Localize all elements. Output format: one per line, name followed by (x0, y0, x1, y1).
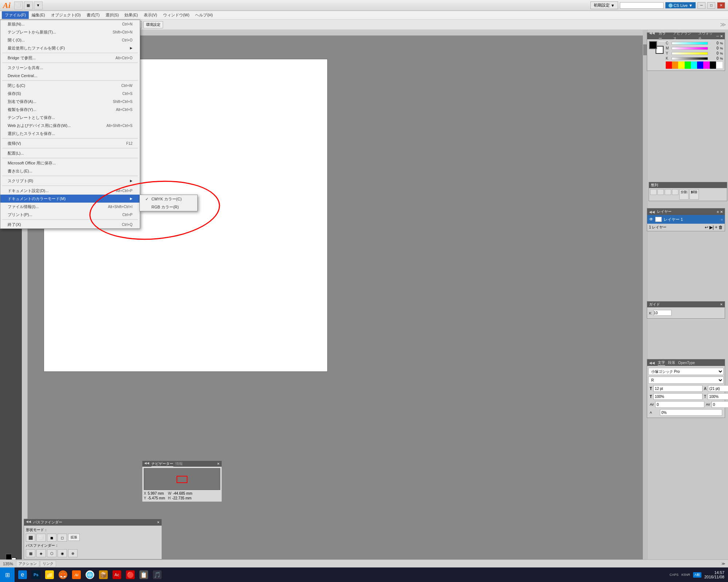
menu-open[interactable]: 開く(O)... Ctrl+O (0, 36, 140, 44)
font-style-select[interactable]: R (648, 376, 724, 384)
submenu-cmyk[interactable]: ✓ CMYK カラー(C) (140, 195, 197, 203)
menu-save-slices[interactable]: 選択したスライスを保存... (0, 129, 140, 137)
pf-minus-front[interactable]: ⬜ (36, 534, 46, 542)
layers-close[interactable]: ✕ (720, 210, 723, 214)
taskbar-ai[interactable]: Ai (70, 569, 83, 581)
menu-effect[interactable]: 効果(E) (122, 11, 141, 19)
menu-doc-color-mode[interactable]: ドキュメントのカラーモード(M) ▶ (0, 195, 140, 203)
navigator-close[interactable]: ✕ (217, 462, 220, 466)
pf-op5[interactable]: ⊕ (68, 549, 78, 557)
icon-btn-2[interactable]: ▦ (24, 1, 33, 9)
pf-intersect[interactable]: ◼ (47, 534, 56, 542)
kerning-input[interactable] (655, 401, 704, 408)
leading-input[interactable] (708, 385, 728, 392)
layers-expand-icon[interactable]: ◀◀ (649, 210, 655, 214)
menu-scripts[interactable]: スクリプト(R) ▶ (0, 177, 140, 185)
layer-name[interactable]: レイヤー 1 (664, 217, 719, 222)
pathfinder-close[interactable]: ✕ (157, 521, 160, 524)
menu-bridge[interactable]: Bridge で参照... Alt+Ctrl+O (0, 54, 140, 62)
menu-quit[interactable]: 終了(X) Ctrl+Q (0, 220, 140, 228)
menu-edit[interactable]: 編集(E) (29, 11, 48, 19)
search-input[interactable] (620, 2, 664, 9)
menu-share-screen[interactable]: スクリーンを共有... (0, 64, 140, 72)
tab-opentype[interactable]: OpenType (678, 361, 695, 365)
pf-unite[interactable]: ⬛ (26, 534, 35, 542)
menu-new[interactable]: 新規(N)... Ctrl+N (0, 20, 140, 28)
menu-save-copy[interactable]: 複製を保存(Y)... Alt+Ctrl+S (0, 105, 140, 113)
taskbar-misc2[interactable]: 📋 (138, 569, 150, 581)
cs-live-button[interactable]: ⬤ CS Live ▼ (665, 2, 696, 8)
tab-appearance[interactable]: アピアランス (673, 31, 695, 41)
panel-close[interactable]: ✕ (720, 34, 723, 38)
taskbar-red[interactable]: 🔴 (124, 569, 136, 581)
toolbar-expand[interactable]: ≫ (720, 21, 726, 28)
color-fg-bg[interactable] (649, 41, 664, 54)
menu-file[interactable]: ファイル(F) (2, 11, 29, 19)
taskbar-misc3[interactable]: 🎵 (151, 569, 163, 581)
menu-open-recent[interactable]: 最近使用したファイルを開く(F) ▶ (0, 44, 140, 52)
expand-icon[interactable]: ◀◀ (649, 31, 655, 41)
layer-visibility[interactable]: 👁 (649, 217, 653, 222)
align-btn-2[interactable] (657, 189, 664, 195)
taskbar-chrome[interactable]: 🌐 (84, 569, 96, 581)
menu-save[interactable]: 保存(S) Ctrl+S (0, 89, 140, 97)
close-button[interactable]: ✕ (717, 2, 725, 9)
pf-expand[interactable]: ◀◀ (26, 520, 31, 525)
menu-window[interactable]: ウィンドウ(W) (160, 11, 193, 19)
taskbar-acrobat[interactable]: Ac (111, 569, 123, 581)
minimize-button[interactable]: ─ (697, 2, 705, 9)
pf-exclude[interactable]: ◻ (58, 534, 67, 542)
align-btn-3[interactable] (665, 189, 671, 195)
h-scale-input[interactable] (653, 393, 703, 400)
menu-device-central[interactable]: Device Central... (0, 72, 140, 80)
taskbar-firefox[interactable]: 🦊 (57, 569, 69, 581)
release-label[interactable]: 解除 (689, 189, 699, 200)
navigator-tab-active[interactable]: ナビゲーター (151, 461, 173, 467)
align-btn-4[interactable] (672, 189, 678, 195)
menu-help[interactable]: ヘルプ(H) (192, 11, 215, 19)
tab-swatches[interactable]: スウォッチ (698, 31, 716, 41)
submenu-rgb[interactable]: RGB カラー(R) (140, 203, 197, 211)
tab-paragraph[interactable]: 段落 (668, 360, 675, 365)
pf-op3[interactable]: ⬡ (47, 549, 56, 557)
taskbar-ps[interactable]: Ps (30, 569, 42, 581)
v-scale-input[interactable] (708, 393, 728, 400)
menu-object[interactable]: オブジェクト(O) (48, 11, 84, 19)
taskbar-misc1[interactable]: 📦 (97, 569, 110, 581)
layer-row-1[interactable]: 👁 レイヤー 1 ○ (647, 215, 725, 224)
pf-op2[interactable]: ◈ (36, 549, 46, 557)
taskbar-folder[interactable]: 📁 (43, 569, 56, 581)
icon-btn-dropdown[interactable]: ▼ (34, 1, 43, 9)
tab-links[interactable]: リンク (40, 561, 56, 567)
layers-menu-icon[interactable]: ≡ (717, 210, 719, 214)
baseline-input[interactable] (660, 409, 722, 416)
env-settings-button[interactable]: 環境設定 (143, 21, 163, 28)
slider-m[interactable] (672, 47, 708, 50)
layer-circle[interactable]: ○ (721, 218, 723, 222)
align-btn-1[interactable] (650, 189, 657, 195)
maximize-button[interactable]: □ (707, 2, 715, 9)
info-tab[interactable]: 情報 (175, 461, 183, 467)
guide-x-input[interactable] (653, 310, 672, 316)
pf-op4[interactable]: ◉ (58, 549, 67, 557)
menu-new-template[interactable]: テンプレートから新規(T)... Shift+Ctrl+N (0, 28, 140, 36)
menu-place[interactable]: 配置(L)... (0, 149, 140, 157)
layer-add[interactable]: + (715, 225, 717, 230)
tab-actions[interactable]: アクション (16, 561, 39, 567)
layer-forward[interactable]: ▶| (709, 225, 714, 230)
slider-y[interactable] (672, 52, 708, 55)
menu-revert[interactable]: 復帰(V) F12 (0, 139, 140, 147)
menu-close[interactable]: 閉じる(C) Ctrl+W (0, 81, 140, 89)
font-family-select[interactable]: 小塚ゴシック Pro (648, 368, 724, 375)
menu-doc-setup[interactable]: ドキュメント設定(D)... Alt+Ctrl+P (0, 187, 140, 195)
scrollbar-vertical[interactable] (643, 30, 648, 566)
color-strip[interactable] (666, 61, 723, 69)
slider-k[interactable] (672, 57, 708, 60)
preset-button[interactable]: 初期設定 ▼ (590, 1, 618, 9)
menu-save-web[interactable]: Web およびデバイス用に保存(W)... Alt+Shift+Ctrl+S (0, 121, 140, 129)
menu-save-as[interactable]: 別名で保存(A)... Shift+Ctrl+S (0, 97, 140, 105)
segment-label[interactable]: 分割 (679, 189, 689, 200)
menu-save-template[interactable]: テンプレートとして保存... (0, 113, 140, 121)
start-button[interactable]: ⊞ (0, 567, 15, 582)
taskbar-a-general[interactable]: A般 (693, 572, 701, 578)
